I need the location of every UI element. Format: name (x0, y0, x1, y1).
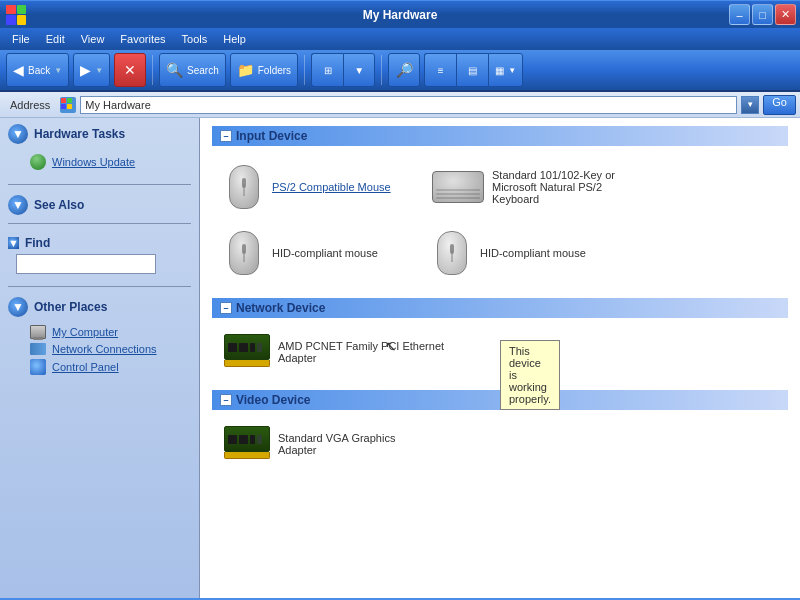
input-section-collapse[interactable]: – (220, 130, 232, 142)
filmstrip-dropdown-icon[interactable]: ▼ (508, 66, 516, 75)
see-also-header[interactable]: ▼ See Also (0, 189, 199, 219)
list-view-button[interactable]: ≡ (424, 53, 456, 87)
menu-file[interactable]: File (4, 31, 38, 47)
back-label: Back (28, 65, 50, 76)
other-places-icon: ▼ (8, 297, 28, 317)
list-icon: ≡ (438, 65, 444, 76)
device-ps2-mouse[interactable]: PS/2 Compatible Mouse (220, 158, 420, 216)
address-input[interactable]: My Hardware (80, 96, 737, 114)
video-device-header: – Video Device (212, 390, 788, 410)
back-icon: ◀ (13, 62, 24, 78)
view-buttons: ⊞ ▼ (311, 53, 375, 87)
content-area: – Input Device PS/2 Compatible Mouse (200, 118, 800, 598)
sidebar-section-other-places: ▼ Other Places My Computer Network Conne… (0, 291, 199, 385)
view-more-button[interactable]: ▼ (343, 53, 375, 87)
sidebar-divider-1 (8, 184, 191, 185)
sidebar-divider-2 (8, 223, 191, 224)
video-section-collapse[interactable]: – (220, 394, 232, 406)
sidebar-item-network-connections[interactable]: Network Connections (30, 341, 191, 357)
folders-icon: 📁 (237, 62, 254, 78)
device-keyboard[interactable]: Standard 101/102-Key or Microsoft Natura… (428, 158, 646, 216)
keyboard-label: Standard 101/102-Key or Microsoft Natura… (492, 169, 642, 205)
sidebar: ▼ Hardware Tasks Windows Update ▼ See Al… (0, 118, 200, 598)
detail-view-button[interactable]: ▤ (456, 53, 488, 87)
see-also-title: See Also (34, 198, 84, 212)
hid-mouse-2-label: HID-compliant mouse (480, 247, 586, 259)
ps2-mouse-label[interactable]: PS/2 Compatible Mouse (272, 181, 391, 193)
menu-view[interactable]: View (73, 31, 113, 47)
other-places-title: Other Places (34, 300, 107, 314)
close-button[interactable]: ✕ (775, 4, 796, 25)
address-dropdown-button[interactable]: ▼ (741, 96, 759, 114)
network-device-section: – Network Device (212, 298, 788, 378)
amd-pcnet-icon (224, 334, 270, 370)
network-section-collapse[interactable]: – (220, 302, 232, 314)
address-bar-icon (60, 97, 76, 113)
titlebar-controls: – □ ✕ (729, 4, 796, 25)
sidebar-item-control-panel[interactable]: Control Panel (30, 357, 191, 377)
hid-mouse-2-icon (432, 228, 472, 278)
sidebar-divider-3 (8, 286, 191, 287)
back-button[interactable]: ◀ Back ▼ (6, 53, 69, 87)
titlebar: My Hardware – □ ✕ (0, 0, 800, 28)
filmstrip-button[interactable]: ▦ ▼ (488, 53, 523, 87)
network-connections-label: Network Connections (52, 343, 157, 355)
hid-mouse-1-label: HID-compliant mouse (272, 247, 378, 259)
windows-update-label: Windows Update (52, 156, 135, 168)
device-hid-mouse-1[interactable]: HID-compliant mouse (220, 224, 420, 282)
network-device-grid: AMD PCNET Family PCI Ethernet Adapter Th… (212, 326, 788, 378)
menu-tools[interactable]: Tools (174, 31, 216, 47)
hardware-tasks-icon: ▼ (8, 124, 28, 144)
search-label: Search (187, 65, 219, 76)
windows-update-icon (30, 154, 46, 170)
forward-dropdown-icon[interactable]: ▼ (95, 66, 103, 75)
titlebar-left (6, 5, 26, 25)
back-dropdown-icon[interactable]: ▼ (54, 66, 62, 75)
device-vga[interactable]: Standard VGA Graphics Adapter (220, 422, 432, 466)
menu-help[interactable]: Help (215, 31, 254, 47)
zoom-button[interactable]: 🔎 (388, 53, 420, 87)
vga-icon (224, 426, 270, 462)
my-computer-icon (30, 325, 46, 339)
menu-favorites[interactable]: Favorites (112, 31, 173, 47)
sidebar-item-my-computer[interactable]: My Computer (30, 323, 191, 341)
device-amd-pcnet[interactable]: AMD PCNET Family PCI Ethernet Adapter (220, 330, 448, 374)
sidebar-section-see-also: ▼ See Also (0, 189, 199, 219)
forward-button[interactable]: ▶ ▼ (73, 53, 110, 87)
zoom-icon: 🔎 (396, 62, 413, 78)
amd-pcnet-label-container: AMD PCNET Family PCI Ethernet Adapter (278, 340, 444, 364)
stop-button[interactable]: ✕ (114, 53, 146, 87)
menu-edit[interactable]: Edit (38, 31, 73, 47)
device-hid-mouse-2[interactable]: HID-compliant mouse (428, 224, 628, 282)
folders-button[interactable]: 📁 Folders (230, 53, 298, 87)
find-input[interactable] (16, 254, 156, 274)
go-button[interactable]: Go (763, 95, 796, 115)
minimize-button[interactable]: – (729, 4, 750, 25)
view-tiles-button[interactable]: ⊞ (311, 53, 343, 87)
find-title: Find (25, 236, 50, 250)
search-icon: 🔍 (166, 62, 183, 78)
video-section-title: Video Device (236, 393, 310, 407)
address-value: My Hardware (85, 99, 150, 111)
view-more-icon: ▼ (354, 65, 364, 76)
maximize-button[interactable]: □ (752, 4, 773, 25)
vga-label: Standard VGA Graphics Adapter (278, 432, 428, 456)
search-button[interactable]: 🔍 Search (159, 53, 226, 87)
toolbar: ◀ Back ▼ ▶ ▼ ✕ 🔍 Search 📁 Folders ⊞ ▼ 🔎 … (0, 50, 800, 92)
hardware-tasks-header[interactable]: ▼ Hardware Tasks (0, 118, 199, 148)
see-also-icon: ▼ (8, 195, 28, 215)
windows-update-link[interactable]: Windows Update (30, 152, 191, 172)
input-device-section: – Input Device PS/2 Compatible Mouse (212, 126, 788, 286)
address-label: Address (4, 99, 56, 111)
input-device-header: – Input Device (212, 126, 788, 146)
ps2-mouse-icon (224, 162, 264, 212)
stop-icon: ✕ (124, 62, 136, 78)
window-title: My Hardware (0, 8, 800, 22)
detail-icon: ▤ (468, 65, 477, 76)
windows-update-container: Windows Update (0, 150, 199, 180)
forward-icon: ▶ (80, 62, 91, 78)
other-places-header[interactable]: ▼ Other Places (0, 291, 199, 321)
find-header[interactable]: ▼ Find (8, 232, 191, 254)
input-section-title: Input Device (236, 129, 307, 143)
layout-buttons: ≡ ▤ ▦ ▼ (424, 53, 523, 87)
